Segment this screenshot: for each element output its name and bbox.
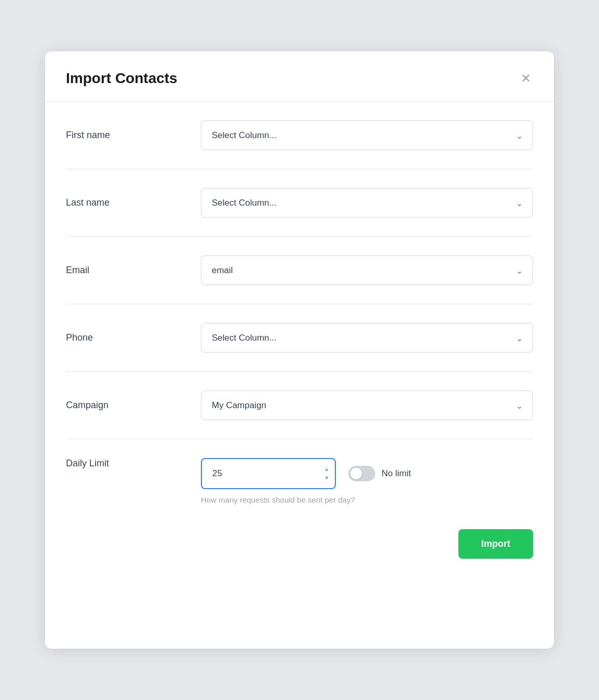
email-control: email Select Column... ⌄ [201, 255, 533, 285]
close-button[interactable]: ✕ [519, 70, 533, 87]
spinner-up-icon: ▲ [324, 466, 330, 472]
last-name-select[interactable]: Select Column... last_name email [201, 188, 533, 218]
email-label: Email [66, 265, 201, 276]
phone-row: Phone Select Column... phone email ⌄ [66, 304, 533, 372]
campaign-label: Campaign [66, 400, 201, 411]
modal-header: Import Contacts ✕ [66, 70, 533, 87]
phone-label: Phone [66, 332, 201, 343]
spinner-up-button[interactable]: ▲ [322, 465, 332, 473]
spinner-buttons: ▲ ▼ [322, 465, 332, 482]
email-select[interactable]: email Select Column... [201, 255, 533, 285]
phone-select[interactable]: Select Column... phone email [201, 323, 533, 353]
daily-limit-hint: How many requests should be sent per day… [201, 495, 533, 504]
modal-title: Import Contacts [66, 70, 178, 87]
daily-limit-input-wrapper: ▲ ▼ [201, 458, 336, 489]
email-row: Email email Select Column... ⌄ [66, 237, 533, 304]
last-name-control: Select Column... last_name email ⌄ [201, 188, 533, 218]
import-button[interactable]: Import [458, 529, 533, 559]
campaign-select[interactable]: My Campaign Select Campaign... [201, 391, 533, 420]
last-name-row: Last name Select Column... last_name ema… [66, 169, 533, 237]
import-contacts-modal: Import Contacts ✕ First name Select Colu… [45, 51, 554, 649]
email-select-wrapper: email Select Column... ⌄ [201, 255, 533, 285]
campaign-control: My Campaign Select Campaign... ⌄ [201, 391, 533, 420]
spinner-down-icon: ▼ [324, 475, 330, 481]
phone-select-wrapper: Select Column... phone email ⌄ [201, 323, 533, 353]
daily-limit-row: Daily Limit ▲ ▼ [66, 439, 533, 504]
first-name-select-wrapper: Select Column... first_name email ⌄ [201, 120, 533, 150]
toggle-slider [348, 466, 375, 481]
campaign-select-wrapper: My Campaign Select Campaign... ⌄ [201, 391, 533, 420]
daily-limit-controls: ▲ ▼ No limit How many requests should [201, 458, 533, 504]
spinner-down-button[interactable]: ▼ [322, 474, 332, 482]
modal-footer: Import [66, 529, 533, 559]
first-name-control: Select Column... first_name email ⌄ [201, 120, 533, 150]
first-name-select[interactable]: Select Column... first_name email [201, 120, 533, 150]
daily-limit-top: ▲ ▼ No limit [201, 458, 533, 489]
no-limit-label: No limit [382, 468, 411, 479]
phone-control: Select Column... phone email ⌄ [201, 323, 533, 353]
last-name-label: Last name [66, 197, 201, 208]
no-limit-toggle[interactable] [348, 466, 375, 481]
close-icon: ✕ [521, 72, 531, 85]
first-name-label: First name [66, 130, 201, 141]
daily-limit-input[interactable] [201, 458, 336, 489]
daily-limit-label: Daily Limit [66, 458, 201, 469]
campaign-row: Campaign My Campaign Select Campaign... … [66, 372, 533, 439]
no-limit-group: No limit [348, 466, 411, 481]
first-name-row: First name Select Column... first_name e… [66, 102, 533, 169]
last-name-select-wrapper: Select Column... last_name email ⌄ [201, 188, 533, 218]
